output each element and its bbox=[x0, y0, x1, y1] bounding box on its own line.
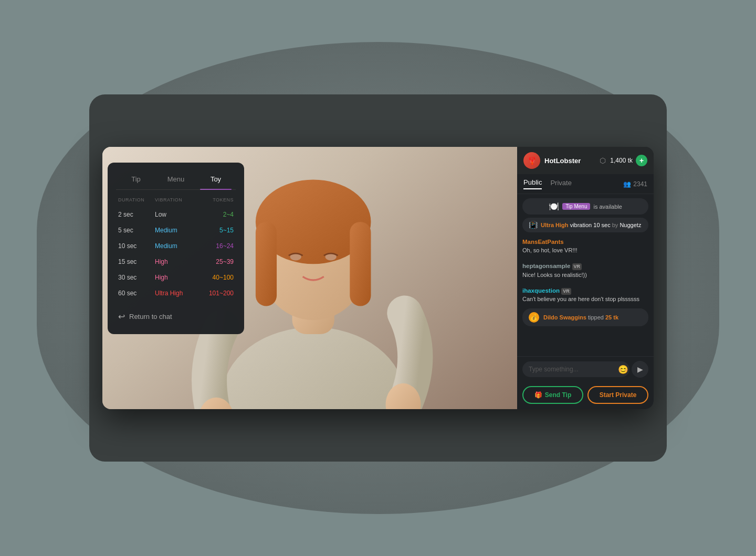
duration-0: 2 sec bbox=[118, 211, 155, 218]
vr-badge-2: VR bbox=[561, 288, 571, 295]
vibration-3: High bbox=[155, 258, 192, 265]
vibration-message: 📳 Ultra High vibration 10 sec by Nuggetz bbox=[522, 218, 648, 232]
username-label: HotLobster bbox=[544, 157, 595, 165]
chat-panel: 🦞 HotLobster ⬡ 1,400 tk + Public Private… bbox=[517, 147, 654, 409]
emoji-button[interactable]: 😊 bbox=[618, 365, 628, 375]
viewer-count: 👥 2341 bbox=[623, 180, 647, 188]
toy-tab-bar: Tip Menu Toy bbox=[116, 171, 236, 190]
vibration-level: Ultra High bbox=[541, 222, 569, 228]
duration-5: 60 sec bbox=[118, 290, 155, 297]
send-tip-icon: 🎁 bbox=[534, 391, 542, 399]
tip-amount: 25 tk bbox=[605, 314, 618, 320]
vibration-1: Medium bbox=[155, 227, 192, 234]
vibration-duration: vibration 10 sec bbox=[570, 222, 612, 228]
duration-4: 30 sec bbox=[118, 274, 155, 281]
tokens-1: 5~15 bbox=[192, 227, 234, 234]
send-button[interactable]: ▶ bbox=[632, 361, 648, 378]
tab-private[interactable]: Private bbox=[550, 179, 571, 189]
duration-2: 10 sec bbox=[118, 242, 155, 250]
msg-text-2: Nice! Looks so realistic!)) bbox=[522, 271, 648, 279]
vibration-by: by bbox=[612, 222, 620, 228]
duration-3: 15 sec bbox=[118, 258, 155, 265]
vr-badge: VR bbox=[572, 263, 582, 270]
tokens-3: 25~39 bbox=[192, 258, 234, 265]
token-amount: 1,400 tk bbox=[610, 157, 633, 164]
tip-menu-text: is available bbox=[593, 204, 622, 210]
tab-toy[interactable]: Toy bbox=[196, 171, 236, 189]
vibration-content: Ultra High vibration 10 sec by Nuggetz bbox=[541, 222, 641, 228]
vibration-4: High bbox=[155, 274, 192, 281]
message-ihaxquestion: ihaxquestion VR Can't believe you are he… bbox=[522, 284, 648, 305]
avatar: 🦞 bbox=[523, 152, 540, 169]
chat-header: 🦞 HotLobster ⬡ 1,400 tk + bbox=[517, 147, 654, 174]
chat-input-area: 😊 ▶ bbox=[517, 356, 654, 382]
toy-row-0[interactable]: 2 sec Low 2~4 bbox=[116, 207, 236, 222]
return-icon: ↩ bbox=[118, 312, 125, 322]
duration-1: 5 sec bbox=[118, 227, 155, 234]
tip-menu-icon: 🍽️ bbox=[549, 201, 559, 211]
tab-public[interactable]: Public bbox=[523, 178, 542, 189]
vibration-0: Low bbox=[155, 211, 192, 218]
toy-row-4[interactable]: 30 sec High 40~100 bbox=[116, 270, 236, 285]
tip-menu-message: 🍽️ Tip Menu is available bbox=[522, 198, 648, 215]
msg-user-2: heptagonsample VR bbox=[522, 262, 648, 270]
msg-text-3: Can't believe you are here don't stop pl… bbox=[522, 295, 648, 303]
return-chat-button[interactable]: ↩ Return to chat bbox=[116, 307, 236, 326]
tokens-4: 40~100 bbox=[192, 274, 234, 281]
message-manseaspants: MansEatPants Oh, so hot, love VR!!! bbox=[522, 236, 648, 256]
svg-rect-5 bbox=[256, 222, 277, 306]
vibration-2: Medium bbox=[155, 242, 192, 250]
message-heptagonsample: heptagonsample VR Nice! Looks so realist… bbox=[522, 260, 648, 281]
toy-panel: Tip Menu Toy DURATION VIBRATION TOKENS 2… bbox=[108, 163, 244, 334]
send-tip-button[interactable]: 🎁 Send Tip bbox=[522, 386, 583, 404]
header-vibration: VIBRATION bbox=[155, 197, 192, 202]
tokens-0: 2~4 bbox=[192, 211, 234, 218]
tokens-2: 16~24 bbox=[192, 242, 234, 250]
svg-rect-6 bbox=[350, 222, 371, 306]
add-token-button[interactable]: + bbox=[636, 155, 647, 166]
vibration-5: Ultra High bbox=[155, 290, 192, 297]
toy-row-5[interactable]: 60 sec Ultra High 101~200 bbox=[116, 285, 236, 301]
toy-row-1[interactable]: 5 sec Medium 5~15 bbox=[116, 222, 236, 238]
tip-username: Dildo Swaggins bbox=[543, 314, 586, 320]
send-tip-label: Send Tip bbox=[545, 391, 571, 399]
chat-input[interactable] bbox=[522, 361, 629, 377]
msg-user-3: ihaxquestion VR bbox=[522, 286, 648, 295]
tip-verb: tipped bbox=[588, 314, 605, 320]
return-chat-label: Return to chat bbox=[129, 313, 172, 320]
action-buttons: 🎁 Send Tip Start Private bbox=[517, 382, 654, 409]
msg-text-1: Oh, so hot, love VR!!! bbox=[522, 247, 648, 254]
tab-menu[interactable]: Menu bbox=[156, 171, 196, 189]
viewer-number: 2341 bbox=[633, 180, 647, 188]
start-private-button[interactable]: Start Private bbox=[587, 386, 648, 404]
token-display: 1,400 tk + bbox=[610, 155, 647, 166]
tip-coin-icon: 💰 bbox=[529, 312, 539, 323]
header-tokens: TOKENS bbox=[192, 197, 234, 202]
vibration-user: Nuggetz bbox=[620, 222, 641, 228]
toy-table-header: DURATION VIBRATION TOKENS bbox=[116, 197, 236, 202]
header-duration: DURATION bbox=[118, 197, 155, 202]
chat-messages: 🍽️ Tip Menu is available 📳 Ultra High vi… bbox=[517, 194, 654, 356]
tip-menu-badge: Tip Menu bbox=[562, 203, 590, 210]
msg-user-1: MansEatPants bbox=[522, 238, 648, 246]
logout-icon[interactable]: ⬡ bbox=[600, 156, 606, 165]
viewer-icon: 👥 bbox=[623, 180, 631, 188]
tokens-5: 101~200 bbox=[192, 290, 234, 297]
tip-notification: 💰 Dildo Swaggins tipped 25 tk bbox=[522, 308, 648, 326]
tab-tip[interactable]: Tip bbox=[116, 171, 156, 189]
toy-row-2[interactable]: 10 sec Medium 16~24 bbox=[116, 238, 236, 254]
vibration-icon: 📳 bbox=[529, 221, 538, 229]
toy-row-3[interactable]: 15 sec High 25~39 bbox=[116, 254, 236, 270]
chat-tabs: Public Private 👥 2341 bbox=[517, 174, 654, 194]
tip-text: Dildo Swaggins tipped 25 tk bbox=[543, 314, 618, 320]
